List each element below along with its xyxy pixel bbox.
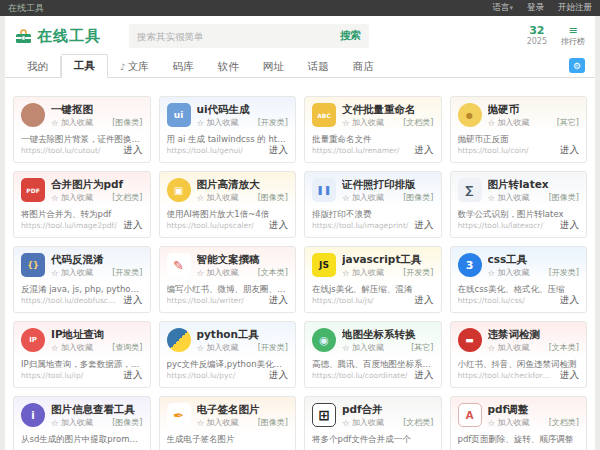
enter-button[interactable]: 进入 — [560, 294, 579, 307]
tool-card-image2pdf[interactable]: PDF 合并图片为pdf ☆ 加入收藏 [文档类] 将图片合并为、转为pdf h… — [13, 171, 151, 238]
login-link[interactable]: 登录 — [527, 2, 544, 14]
favorite-button[interactable]: 加入收藏 — [352, 342, 384, 353]
tool-card-latexocr[interactable]: ∑ 图片转latex ☆ 加入收藏 [图像类] 数学公式识别，图片转latex … — [450, 171, 588, 238]
card-head: javascript工具 ☆ 加入收藏 [开发类] — [342, 253, 434, 278]
favorite-button[interactable]: 加入收藏 — [352, 192, 384, 203]
favorite-button[interactable]: 加入收藏 — [497, 117, 529, 128]
tab-shop[interactable]: 商店 — [341, 56, 386, 78]
enter-button[interactable]: 进入 — [415, 219, 434, 232]
enter-button[interactable]: 进入 — [269, 369, 288, 382]
tool-card-esign[interactable]: ✒ 电子签名图片 ☆ 加入收藏 [图像类] 生成电子签名图片 — [159, 396, 297, 450]
card-title: 抛硬币 — [488, 103, 580, 115]
card-description: pdf页面删除、旋转、顺序调整 — [458, 434, 580, 446]
tool-card-css[interactable]: 3 css工具 ☆ 加入收藏 [开发类] 在线css美化、格式化、压缩 http… — [450, 246, 588, 313]
card-subrow: ☆ 加入收藏 [开发类] — [488, 267, 580, 278]
tool-card-deobfuscation[interactable]: {} 代码反混淆 ☆ 加入收藏 [开发类] 反混淆 java, js, php,… — [13, 246, 151, 313]
tab-tools[interactable]: 工具 — [61, 54, 108, 78]
pdf-adjust-icon: A — [458, 403, 482, 427]
tool-card-js[interactable]: JS javascript工具 ☆ 加入收藏 [开发类] 在线js美化、解压缩、… — [304, 246, 442, 313]
card-footer: https://tool.lu/renamer/ 进入 — [312, 144, 434, 157]
topbar: 在线工具 语言▾登录开始注册 — [0, 0, 600, 16]
tab-library[interactable]: ♪文库 — [108, 56, 161, 78]
search-input[interactable] — [137, 31, 299, 42]
tab-label: 码库 — [173, 60, 194, 72]
favorite-button[interactable]: 加入收藏 — [497, 192, 529, 203]
star-icon: ☆ — [197, 193, 205, 203]
enter-button[interactable]: 进入 — [560, 144, 579, 157]
topbar-brand[interactable]: 在线工具 — [8, 2, 44, 15]
enter-button[interactable]: 进入 — [269, 144, 288, 157]
tool-card-pyc[interactable]: python工具 ☆ 加入收藏 [开发类] pyc文件反编译,python美化、… — [159, 321, 297, 388]
favorite-button[interactable]: 加入收藏 — [497, 417, 529, 428]
enter-button[interactable]: 进入 — [124, 369, 143, 382]
favorite-button[interactable]: 加入收藏 — [61, 267, 93, 278]
card-head: 合并图片为pdf ☆ 加入收藏 [文档类] — [51, 178, 143, 203]
card-description: 高德、腾讯、百度地图坐标系转换，经纬度... — [312, 359, 434, 369]
favorite-button[interactable]: 加入收藏 — [206, 342, 238, 353]
enter-button[interactable]: 进入 — [269, 294, 288, 307]
enter-button[interactable]: 进入 — [560, 219, 579, 232]
tab-mine[interactable]: 我的 — [15, 56, 61, 78]
tool-card-pdfadjust[interactable]: A pdf调整 ☆ 加入收藏 [文档类] pdf页面删除、旋转、顺序调整 — [450, 396, 588, 450]
enter-button[interactable]: 进入 — [415, 294, 434, 307]
favorite-button[interactable]: 加入收藏 — [497, 267, 529, 278]
favorite-button[interactable]: 加入收藏 — [206, 417, 238, 428]
category-badge: [文档类] — [403, 417, 433, 428]
tab-software[interactable]: 软件 — [206, 56, 251, 78]
tool-card-renamer[interactable]: ABC 文件批量重命名 ☆ 加入收藏 [文档类] 批量重命名文件 https:/… — [304, 96, 442, 163]
register-link[interactable]: 开始注册 — [558, 2, 592, 14]
enter-button[interactable]: 进入 — [560, 369, 579, 382]
language-menu[interactable]: 语言▾ — [492, 2, 513, 14]
enter-button[interactable]: 进入 — [415, 144, 434, 157]
enter-button[interactable]: 进入 — [124, 144, 143, 157]
enter-button[interactable]: 进入 — [269, 219, 288, 232]
card-head: ui代码生成 ☆ 加入收藏 [开发类] — [197, 103, 289, 128]
favorite-button[interactable]: 加入收藏 — [61, 417, 93, 428]
tool-card-upscaler[interactable]: ▣ 图片高清放大 ☆ 加入收藏 [图像类] 使用AI将图片放大1倍~4倍 htt… — [159, 171, 297, 238]
card-title: javascript工具 — [342, 253, 434, 265]
card-url: https://tool.lu/cutout/ — [21, 146, 118, 155]
tool-card-writer[interactable]: ✎ 智能文案撰稿 ☆ 加入收藏 [文本类] 编写小红书、微博、朋友圈、热点评论等… — [159, 246, 297, 313]
tab-topics[interactable]: 话题 — [296, 56, 341, 78]
search-button[interactable]: 搜索 — [340, 29, 361, 43]
category-badge: [文档类] — [403, 117, 433, 128]
tool-card-cutout[interactable]: 一键抠图 ☆ 加入收藏 [图像类] 一键去除图片背景，证件图换背景、商品白...… — [13, 96, 151, 163]
favorite-button[interactable]: 加入收藏 — [497, 342, 529, 353]
card-head: 违禁词检测 ☆ 加入收藏 [文本类] — [488, 328, 580, 353]
star-icon: ☆ — [488, 418, 496, 428]
favorite-button[interactable]: 加入收藏 — [61, 192, 93, 203]
tool-card-imageinfo[interactable]: i 图片信息查看工具 ☆ 加入收藏 [图像类] 从sd生成的图片中提取promp… — [13, 396, 151, 450]
favorite-button[interactable]: 加入收藏 — [352, 267, 384, 278]
card-title: 智能文案撰稿 — [197, 253, 289, 265]
tool-card-coordinate[interactable]: ◉ 地图坐标系转换 ☆ 加入收藏 [其它] 高德、腾讯、百度地图坐标系转换，经纬… — [304, 321, 442, 388]
favorite-button[interactable]: 加入收藏 — [352, 117, 384, 128]
favorite-button[interactable]: 加入收藏 — [352, 417, 384, 428]
quill-icon: ✒ — [167, 403, 191, 427]
enter-button[interactable]: 进入 — [124, 294, 143, 307]
tool-card-imageprint[interactable]: ❚❚ 证件照打印排版 ☆ 加入收藏 [图像类] 排版打印不浪费 https://… — [304, 171, 442, 238]
site-header: 在线工具 搜索 32 2025 ≡ 排行榜 — [5, 16, 595, 54]
favorite-button[interactable]: 加入收藏 — [206, 267, 238, 278]
tool-card-ip[interactable]: IP IP地址查询 ☆ 加入收藏 [查询类] IP归属地查询，多套数据源，查询更… — [13, 321, 151, 388]
card-footer: https://tool.lu/coordinate/ 进入 — [312, 369, 434, 382]
star-icon: ☆ — [342, 343, 350, 353]
category-badge: [其它] — [411, 342, 433, 353]
enter-button[interactable]: 进入 — [415, 369, 434, 382]
tab-code[interactable]: 码库 — [161, 56, 206, 78]
tool-card-genui[interactable]: ui ui代码生成 ☆ 加入收藏 [开发类] 用 ai 生成 tailwindc… — [159, 96, 297, 163]
favorite-button[interactable]: 加入收藏 — [206, 117, 238, 128]
favorite-button[interactable]: 加入收藏 — [61, 117, 93, 128]
tool-card-coin[interactable]: ● 抛硬币 ☆ 加入收藏 [其它] 抛硬币正反面 https://tool.lu… — [450, 96, 588, 163]
tool-card-pdfmerge[interactable]: ⊞ pdf合并 ☆ 加入收藏 [文档类] 将多个pdf文件合并成一个 — [304, 396, 442, 450]
favorite-button[interactable]: 加入收藏 — [206, 192, 238, 203]
card-header: ● 抛硬币 ☆ 加入收藏 [其它] — [458, 103, 580, 128]
site-logo[interactable]: 在线工具 — [15, 27, 101, 46]
tab-sites[interactable]: 网址 — [251, 56, 296, 78]
customize-gear-button[interactable]: ⚙ — [569, 58, 585, 73]
card-head: 文件批量重命名 ☆ 加入收藏 [文档类] — [342, 103, 434, 128]
ranking-button[interactable]: ≡ 排行榜 — [561, 25, 585, 47]
card-subrow: ☆ 加入收藏 [图像类] — [51, 417, 143, 428]
favorite-button[interactable]: 加入收藏 — [61, 342, 93, 353]
enter-button[interactable]: 进入 — [124, 219, 143, 232]
tool-card-checkforbidden[interactable]: ▬ 违禁词检测 ☆ 加入收藏 [文本类] 小红书、抖音、闲鱼违禁词检测 http… — [450, 321, 588, 388]
